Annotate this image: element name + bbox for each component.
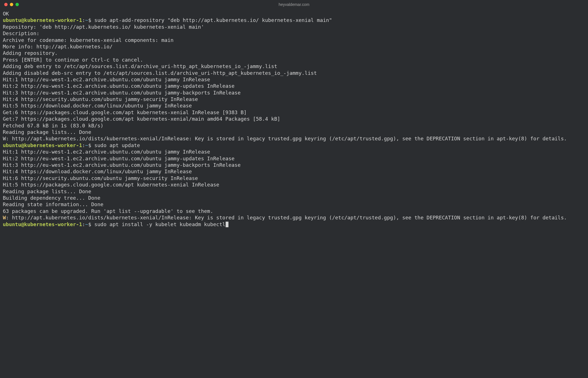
output-text: Description: bbox=[3, 30, 585, 37]
prompt-user-host: ubuntu@kubernetes-worker-1 bbox=[3, 142, 82, 148]
terminal-line: ubuntu@kubernetes-worker-1:~$ sudo apt i… bbox=[3, 221, 585, 228]
output-text: Adding repository. bbox=[3, 50, 585, 56]
output-text: 63 packages can be upgraded. Run 'apt li… bbox=[3, 208, 585, 214]
output-text: Get:6 https://packages.cloud.google.com/… bbox=[3, 109, 585, 116]
prompt-user-host: ubuntu@kubernetes-worker-1 bbox=[3, 17, 82, 23]
command-text: sudo apt-add-repository "deb http://apt.… bbox=[94, 17, 332, 23]
output-text: Repository: 'deb http://apt.kubernetes.i… bbox=[3, 24, 585, 30]
output-text: Hit:5 https://download.docker.com/linux/… bbox=[3, 102, 585, 109]
traffic-lights bbox=[4, 3, 19, 6]
output-text: Reading package lists... Done bbox=[3, 188, 585, 195]
prompt-dollar: $ bbox=[88, 142, 94, 148]
output-text: Reading package lists... Done bbox=[3, 129, 585, 135]
output-text: Hit:3 http://eu-west-1.ec2.archive.ubunt… bbox=[3, 162, 585, 168]
close-icon[interactable] bbox=[4, 3, 8, 6]
terminal-line: W: http://apt.kubernetes.io/dists/kubern… bbox=[3, 214, 585, 221]
output-text: Hit:6 http://security.ubuntu.com/ubuntu … bbox=[3, 175, 585, 181]
terminal-line: ubuntu@kubernetes-worker-1:~$ sudo apt u… bbox=[3, 142, 585, 148]
output-text: Hit:3 http://eu-west-1.ec2.archive.ubunt… bbox=[3, 89, 585, 96]
command-text: sudo apt update bbox=[94, 142, 140, 148]
output-text: Press [ENTER] to continue or Ctrl-c to c… bbox=[3, 57, 585, 63]
maximize-icon[interactable] bbox=[15, 3, 19, 6]
output-text: Hit:1 http://eu-west-1.ec2.archive.ubunt… bbox=[3, 148, 585, 155]
output-text: Hit:2 http://eu-west-1.ec2.archive.ubunt… bbox=[3, 155, 585, 162]
prompt-separator: : bbox=[82, 142, 85, 148]
terminal-line: ubuntu@kubernetes-worker-1:~$ sudo apt-a… bbox=[3, 17, 585, 23]
output-text: OK bbox=[3, 10, 585, 17]
prompt-path: ~ bbox=[85, 17, 88, 23]
cursor-icon bbox=[226, 222, 228, 227]
command-text: sudo apt install -y kubelet kubeadm kube… bbox=[94, 221, 225, 227]
output-text: : http://apt.kubernetes.io/dists/kuberne… bbox=[6, 215, 567, 220]
window-title: heyvaldemar.com bbox=[279, 2, 309, 7]
output-text: Building dependency tree... Done bbox=[3, 195, 585, 201]
prompt-user-host: ubuntu@kubernetes-worker-1 bbox=[3, 221, 82, 227]
output-text: More info: http://apt.kubernetes.io/ bbox=[3, 43, 585, 50]
prompt-path: ~ bbox=[85, 221, 88, 227]
output-text: Hit:5 https://packages.cloud.google.com/… bbox=[3, 181, 585, 188]
output-text: Fetched 67.8 kB in 1s (83.0 kB/s) bbox=[3, 122, 585, 129]
output-text: Reading state information... Done bbox=[3, 201, 585, 208]
prompt-separator: : bbox=[82, 221, 85, 227]
prompt-dollar: $ bbox=[88, 17, 94, 23]
output-text: Hit:2 http://eu-west-1.ec2.archive.ubunt… bbox=[3, 83, 585, 89]
minimize-icon[interactable] bbox=[10, 3, 13, 6]
prompt-path: ~ bbox=[85, 142, 88, 148]
output-text: Archive for codename: kubernetes-xenial … bbox=[3, 37, 585, 43]
output-text: Get:7 https://packages.cloud.google.com/… bbox=[3, 116, 585, 122]
terminal-content[interactable]: OKubuntu@kubernetes-worker-1:~$ sudo apt… bbox=[0, 9, 588, 378]
warning-prefix: W bbox=[3, 215, 6, 220]
output-text: Adding disabled deb-src entry to /etc/ap… bbox=[3, 70, 585, 76]
output-text: Hit:4 http://security.ubuntu.com/ubuntu … bbox=[3, 96, 585, 102]
output-text: Adding deb entry to /etc/apt/sources.lis… bbox=[3, 63, 585, 69]
prompt-separator: : bbox=[82, 17, 85, 23]
output-text: W: http://apt.kubernetes.io/dists/kubern… bbox=[3, 135, 585, 142]
output-text: Hit:1 http://eu-west-1.ec2.archive.ubunt… bbox=[3, 76, 585, 83]
title-bar: heyvaldemar.com bbox=[0, 0, 588, 9]
terminal-window: heyvaldemar.com OKubuntu@kubernetes-work… bbox=[0, 0, 588, 378]
prompt-dollar: $ bbox=[88, 221, 94, 227]
output-text: Hit:4 https://download.docker.com/linux/… bbox=[3, 168, 585, 175]
